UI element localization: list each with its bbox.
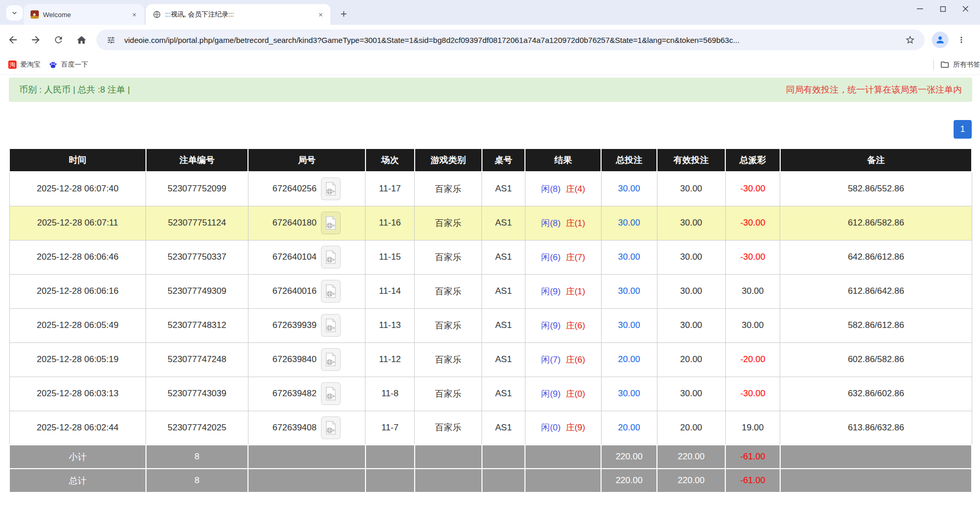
cell-valid-bet: 30.00 (657, 240, 725, 274)
chevron-down-icon (10, 9, 19, 17)
cell-payout: -30.00 (725, 377, 780, 411)
total-bet-link[interactable]: 20.00 (618, 423, 640, 432)
video-replay-button[interactable] (321, 382, 341, 405)
cell-time: 2025-12-28 06:05:19 (9, 342, 146, 377)
cell-session: 11-14 (365, 274, 415, 308)
result-banker: 庄(0) (566, 389, 586, 399)
three-dots-icon (957, 35, 966, 44)
page-content: 币别 : 人民币 | 总共 :8 注单 | 同局有效投注，统一计算在该局第一张注… (0, 76, 980, 509)
cell-total-bet: 20.00 (601, 411, 657, 445)
cell-time: 2025-12-28 06:07:40 (9, 172, 146, 206)
tab-bet-record[interactable]: :::视讯, 会员下注纪录::: (146, 4, 330, 25)
all-bookmarks-button[interactable]: 所有书签 (940, 60, 980, 69)
cell-remark: 632.86/602.86 (780, 377, 972, 411)
minimize-icon (916, 5, 924, 12)
browser-menu-button[interactable] (954, 32, 969, 48)
cell-time: 2025-12-28 06:06:46 (9, 240, 146, 274)
cell-time: 2025-12-28 06:06:16 (9, 274, 146, 308)
cell-session: 11-7 (365, 411, 415, 445)
video-replay-button[interactable] (321, 416, 341, 439)
cell-session: 11-13 (365, 308, 415, 342)
cell-empty (525, 469, 601, 492)
globe-icon (152, 10, 161, 19)
close-icon (962, 5, 969, 12)
maximize-button[interactable] (931, 0, 954, 18)
cell-game-type: 百家乐 (415, 240, 482, 274)
header-result: 结果 (525, 148, 601, 172)
cell-total-bet: 30.00 (601, 206, 657, 240)
person-icon (935, 35, 945, 45)
tab-close-icon[interactable] (129, 10, 139, 19)
cell-valid-bet: 30.00 (657, 172, 725, 206)
cell-bet-id: 523077747248 (146, 342, 248, 377)
video-replay-icon (325, 182, 337, 196)
site-info-icon[interactable] (104, 33, 118, 47)
result-player: 闲(0) (541, 423, 561, 432)
new-tab-button[interactable] (337, 7, 351, 21)
cell-empty (780, 469, 972, 492)
table-row: 2025-12-28 06:07:11 523077751124 6726401… (9, 206, 972, 240)
tab-search-button[interactable] (6, 5, 23, 21)
video-replay-button[interactable] (321, 177, 341, 200)
cell-time: 2025-12-28 06:03:13 (9, 377, 146, 411)
video-replay-button[interactable] (321, 212, 341, 234)
address-bar[interactable]: videoie.com/ipl/portal.php/game/betrecor… (96, 29, 925, 50)
bookmarks-separator (933, 59, 934, 70)
refresh-icon (53, 35, 64, 45)
subtotal-row: 小计 8 220.00 220.00 -61.00 (9, 445, 972, 469)
total-bet-link[interactable]: 30.00 (618, 388, 640, 398)
close-window-button[interactable] (954, 0, 977, 18)
table-row: 2025-12-28 06:06:16 523077749309 6726400… (9, 274, 972, 308)
cell-empty (525, 445, 601, 469)
bookmark-star-icon[interactable] (903, 33, 917, 47)
header-game-type: 游戏类别 (415, 148, 482, 172)
valid-bet-notice-text: 同局有效投注，统一计算在该局第一张注单内 (786, 84, 962, 96)
total-total-bet: 220.00 (601, 469, 657, 492)
cell-time: 2025-12-28 06:02:44 (9, 411, 146, 445)
tab-welcome[interactable]: ♠ Welcome (24, 4, 144, 25)
cell-result: 闲(8) 庄(1) (525, 206, 601, 240)
profile-avatar[interactable] (932, 32, 948, 48)
header-table-no: 桌号 (482, 148, 525, 172)
url-text: videoie.com/ipl/portal.php/game/betrecor… (124, 36, 903, 44)
forward-button[interactable] (26, 30, 46, 50)
page-1-button[interactable]: 1 (954, 120, 972, 139)
video-replay-button[interactable] (321, 280, 341, 303)
round-number: 672640104 (272, 252, 316, 262)
minimize-button[interactable] (909, 0, 931, 18)
total-bet-link[interactable]: 20.00 (618, 354, 640, 364)
cell-bet-id: 523077748312 (146, 308, 248, 342)
tab-close-icon[interactable] (316, 10, 325, 19)
folder-icon (940, 60, 949, 69)
cell-total-bet: 30.00 (601, 377, 657, 411)
video-replay-button[interactable] (321, 314, 341, 337)
bookmark-baidu[interactable]: 百度一下 (49, 60, 88, 69)
video-replay-icon (325, 386, 337, 401)
round-number: 672639939 (272, 320, 316, 331)
cell-game-type: 百家乐 (415, 342, 482, 377)
home-button[interactable] (71, 30, 91, 50)
video-replay-button[interactable] (321, 348, 341, 371)
total-bet-link[interactable]: 30.00 (618, 286, 640, 296)
browser-window: ♠ Welcome :::视讯, 会员下注纪录::: (0, 0, 980, 509)
header-session: 场次 (365, 148, 415, 172)
cell-total-bet: 30.00 (601, 274, 657, 308)
cell-empty (415, 445, 482, 469)
total-bet-link[interactable]: 30.00 (618, 252, 640, 262)
cell-table-no: AS1 (482, 377, 525, 411)
cell-remark: 612.86/582.86 (780, 206, 972, 240)
video-replay-button[interactable] (321, 246, 341, 268)
cell-empty (482, 445, 525, 469)
reload-button[interactable] (49, 30, 68, 50)
result-player: 闲(6) (541, 252, 561, 262)
total-bet-link[interactable]: 30.00 (618, 184, 640, 193)
round-number: 672640180 (272, 218, 316, 228)
result-banker: 庄(9) (566, 423, 586, 432)
cell-round: 672640104 (248, 240, 365, 274)
total-bet-link[interactable]: 30.00 (618, 320, 640, 330)
back-button[interactable] (3, 30, 23, 50)
header-payout: 总派彩 (725, 148, 780, 172)
bookmark-taobao[interactable]: 淘 爱淘宝 (8, 60, 40, 69)
total-bet-link[interactable]: 30.00 (618, 218, 640, 228)
cell-round: 672639840 (248, 342, 365, 377)
